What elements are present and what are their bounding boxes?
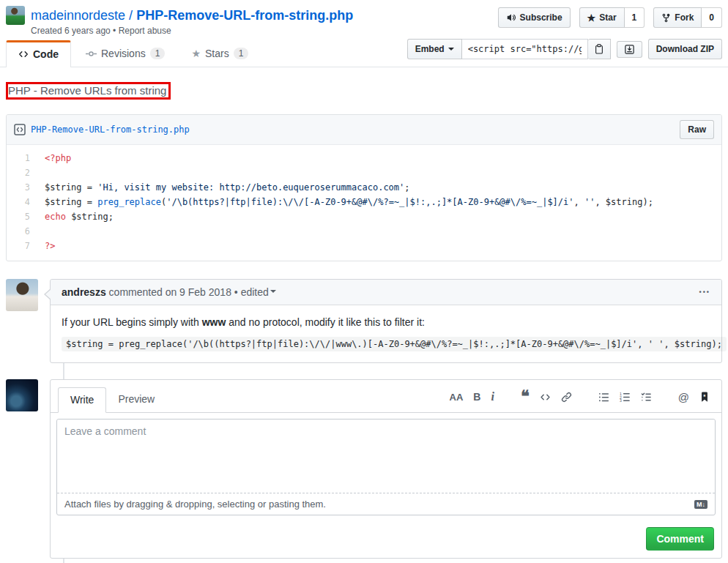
tab-code[interactable]: Code xyxy=(6,40,71,67)
comment-form-box: Write Preview AA B i ❝ xyxy=(50,379,722,559)
subscribe-label: Subscribe xyxy=(520,10,562,25)
comment-submit-button[interactable]: Comment xyxy=(646,527,714,551)
star-count[interactable]: 1 xyxy=(625,7,645,28)
tab-revisions[interactable]: Revisions 1 xyxy=(74,40,177,67)
subscribe-button[interactable]: Subscribe xyxy=(498,7,571,28)
italic-icon[interactable]: i xyxy=(491,390,494,403)
kebab-menu-icon[interactable]: ••• xyxy=(699,288,710,296)
fork-button[interactable]: Fork xyxy=(653,7,702,28)
comment-meta: commented on 9 Feb 2018 xyxy=(109,286,231,298)
comment-code-snippet: $string = preg_replace('/\b((https?|ftp|… xyxy=(62,337,727,351)
created-text: Created 6 years ago xyxy=(31,26,111,36)
line-content: $string = preg_replace('/\b(https?|ftp|f… xyxy=(37,195,653,209)
copy-to-clipboard-button[interactable] xyxy=(588,39,611,59)
owner-link[interactable]: madeinnordeste xyxy=(31,8,125,23)
bold-icon[interactable]: B xyxy=(473,391,480,403)
comment-input[interactable] xyxy=(57,420,715,493)
code-line: 5echo $string; xyxy=(7,209,721,224)
tab-write[interactable]: Write xyxy=(58,387,106,413)
clipboard-icon xyxy=(594,44,604,54)
comment-form-header: Write Preview AA B i ❝ xyxy=(51,380,721,413)
mention-icon[interactable]: @ xyxy=(678,391,689,403)
line-number[interactable]: 5 xyxy=(7,209,37,224)
embed-dropdown-button[interactable]: Embed xyxy=(407,39,462,59)
code-lines: 1<?php2 3$string = 'Hi, visit my website… xyxy=(7,145,721,261)
file-header: PHP-Remove-URL-from-string.php Raw xyxy=(7,115,721,145)
star-icon: ★ xyxy=(191,48,201,59)
link-icon[interactable] xyxy=(561,392,572,403)
chevron-down-icon xyxy=(270,290,276,296)
file-name-link[interactable]: PHP-Remove-URL-from-string.php xyxy=(31,124,190,135)
line-content xyxy=(37,224,50,239)
line-number[interactable]: 3 xyxy=(7,180,37,195)
report-abuse-link[interactable]: Report abuse xyxy=(119,26,171,36)
tab-code-label: Code xyxy=(33,48,59,60)
fork-count[interactable]: 0 xyxy=(702,7,722,28)
download-zip-button[interactable]: Download ZIP xyxy=(648,39,722,59)
line-content xyxy=(37,165,50,180)
viewer-avatar[interactable] xyxy=(6,379,38,411)
code-line: 6 xyxy=(7,224,721,239)
comment: andreszs commented on 9 Feb 2018 • edite… xyxy=(6,279,722,363)
attach-files-bar[interactable]: Attach files by dragging & dropping, sel… xyxy=(57,493,715,515)
line-number[interactable]: 6 xyxy=(7,224,37,239)
line-number[interactable]: 7 xyxy=(7,239,37,253)
textarea-zone: Attach files by dragging & dropping, sel… xyxy=(51,413,721,521)
code-icon xyxy=(18,49,29,59)
unmute-icon xyxy=(506,12,516,23)
fork-icon xyxy=(661,13,671,23)
tabnav: Code Revisions 1 ★ Stars 1 Embed xyxy=(0,39,728,67)
owner-avatar[interactable] xyxy=(6,6,25,25)
comment-text: If your URL begins simply with www and n… xyxy=(62,316,710,328)
git-commit-icon xyxy=(86,48,97,59)
saved-replies-icon[interactable]: ★ xyxy=(699,392,710,403)
gist-meta: Created 6 years ago • Report abuse xyxy=(31,26,353,36)
comment-body: If your URL begins simply with www and n… xyxy=(51,305,721,362)
code-line: 7?> xyxy=(7,239,721,253)
code-line: 4$string = preg_replace('/\b(https?|ftp|… xyxy=(7,195,721,209)
embed-label: Embed xyxy=(415,42,445,56)
stars-counter: 1 xyxy=(234,48,249,59)
line-number[interactable]: 4 xyxy=(7,195,37,209)
comment-text-bold: www xyxy=(202,316,226,328)
comment-bubble: andreszs commented on 9 Feb 2018 • edite… xyxy=(50,279,722,363)
markdown-toolbar: AA B i ❝ 123 xyxy=(450,390,714,412)
line-number[interactable]: 2 xyxy=(7,165,37,180)
raw-button[interactable]: Raw xyxy=(680,120,714,139)
line-number[interactable]: 1 xyxy=(7,151,37,165)
gist-title-link[interactable]: PHP-Remove-URL-from-string.php xyxy=(136,8,353,23)
embed-url-input[interactable] xyxy=(462,39,588,59)
code-line: 3$string = 'Hi, visit my website: http:/… xyxy=(7,180,721,195)
tab-stars-label: Stars xyxy=(205,48,229,59)
gist-description: PHP - Remove URLs from string xyxy=(8,84,166,97)
star-button[interactable]: ★ Star xyxy=(579,7,625,28)
text-size-icon[interactable]: AA xyxy=(450,392,464,403)
svg-text:3: 3 xyxy=(620,398,622,403)
line-content: ?> xyxy=(37,239,55,253)
tab-stars[interactable]: ★ Stars 1 xyxy=(179,40,260,67)
raw-label: Raw xyxy=(688,122,706,137)
tab-preview[interactable]: Preview xyxy=(106,387,166,412)
task-list-icon[interactable] xyxy=(641,392,652,403)
revisions-counter: 1 xyxy=(150,48,166,59)
file-code-icon xyxy=(14,124,26,135)
comment-form-footer: Comment xyxy=(51,521,721,558)
code-icon[interactable] xyxy=(540,392,551,403)
commenter-avatar[interactable] xyxy=(6,279,38,311)
tab-revisions-label: Revisions xyxy=(101,48,146,59)
quote-icon[interactable]: ❝ xyxy=(521,392,530,401)
download-zip-label: Download ZIP xyxy=(656,42,714,56)
edited-dropdown[interactable]: edited xyxy=(241,286,276,298)
discussion-timeline: andreszs commented on 9 Feb 2018 • edite… xyxy=(0,279,728,562)
svg-text:★: ★ xyxy=(703,393,707,398)
download-gist-button[interactable] xyxy=(617,41,642,58)
attach-files-text: Attach files by dragging & dropping, sel… xyxy=(64,499,326,510)
star-icon: ★ xyxy=(587,13,596,23)
markdown-icon: M↓ xyxy=(694,500,707,509)
line-content: $string = 'Hi, visit my website: http://… xyxy=(37,180,410,195)
numbered-list-icon[interactable]: 123 xyxy=(620,392,631,403)
comment-header: andreszs commented on 9 Feb 2018 • edite… xyxy=(51,280,721,305)
comment-author-link[interactable]: andreszs xyxy=(62,286,106,298)
file-box: PHP-Remove-URL-from-string.php Raw 1<?ph… xyxy=(6,114,722,261)
bullet-list-icon[interactable] xyxy=(598,392,609,403)
